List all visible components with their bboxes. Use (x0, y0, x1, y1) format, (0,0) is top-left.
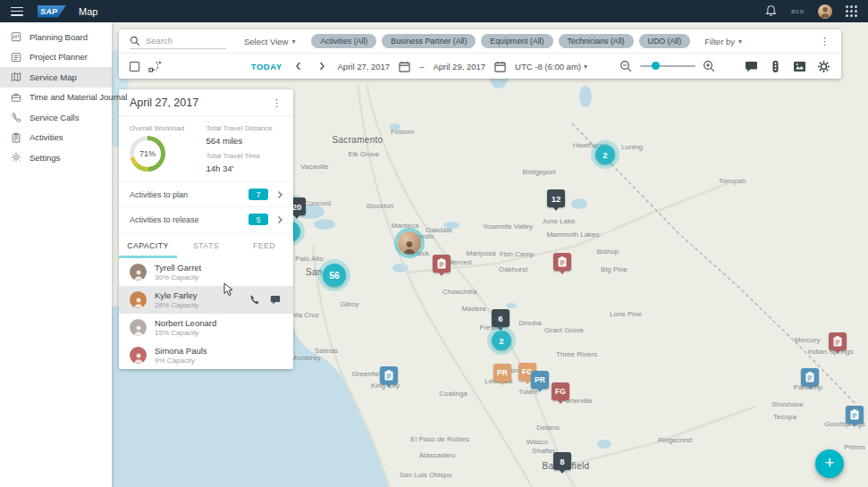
date-range-start[interactable]: April 27, 2017 (338, 62, 391, 71)
map-label-mammoth-lakes: Mammoth Lakes (546, 231, 599, 239)
map-label-san-luis-obispo: San Luis Obispo (400, 471, 452, 479)
chat-icon[interactable] (270, 294, 281, 305)
zoom-out-icon[interactable] (619, 60, 633, 73)
technician-avatar-marker[interactable] (398, 231, 421, 255)
map-label-bridgeport: Bridgeport (523, 168, 556, 176)
day-summary-card: April 27, 2017 ⋮ Overall Workload 71% To… (119, 89, 293, 369)
call-icon[interactable] (249, 294, 259, 305)
prev-day-chevron-icon[interactable] (293, 61, 304, 71)
tab-feed[interactable]: FEED (235, 234, 293, 258)
tab-capacity[interactable]: CAPACITY (119, 234, 177, 258)
cluster-marker-6[interactable]: 6 (492, 309, 510, 327)
chip-udo-all[interactable]: UDO (All) (639, 34, 691, 48)
calendar-icon[interactable] (494, 61, 506, 72)
sidebar-item-service-calls[interactable]: Service Calls (0, 107, 112, 128)
sidebar-item-activities[interactable]: Activities (0, 128, 112, 148)
cluster-marker-8[interactable]: 8 (553, 452, 571, 470)
search-box[interactable] (130, 33, 226, 49)
calendar-icon[interactable] (399, 61, 410, 72)
technician-row-norbert-leonard[interactable]: Norbert Leonard15% Capacity (119, 314, 293, 341)
cluster-marker-2[interactable]: 2 (492, 331, 511, 350)
user-avatar[interactable] (818, 4, 832, 19)
map-label-sacramento: Sacramento (333, 135, 383, 145)
activity-marker[interactable] (433, 255, 451, 273)
chip-business-partner-all[interactable]: Business Partner (All) (382, 34, 476, 48)
sidebar-item-label: Activities (29, 132, 63, 142)
activity-marker[interactable] (380, 366, 398, 384)
chat-bubble-icon[interactable] (745, 60, 758, 73)
top-bar: SAP Map aco (0, 0, 868, 22)
activity-marker[interactable] (829, 332, 847, 350)
technician-info: Tyrell Garret30% Capacity (155, 263, 284, 281)
initials-marker-PR[interactable]: PR (531, 371, 549, 389)
chevron-down-icon: ▾ (738, 38, 742, 46)
zoom-in-icon[interactable] (703, 60, 716, 73)
app-launcher-grid-icon[interactable] (846, 5, 857, 17)
hamburger-menu-icon[interactable] (11, 7, 23, 16)
filter-by-label: Filter by (704, 37, 735, 46)
chip-technicians-all[interactable]: Technicians (All) (559, 34, 634, 48)
map-label-big-pine: Big Pine (601, 265, 628, 273)
initials-marker-FG[interactable]: FG (552, 382, 569, 400)
filter-by-dropdown[interactable]: Filter by ▾ (704, 37, 742, 46)
cluster-marker-12[interactable]: 12 (547, 189, 565, 207)
map-label-shafter: Shafter (532, 447, 555, 455)
technician-name: Norbert Leonard (155, 318, 284, 329)
technician-row-tyrell-garret[interactable]: Tyrell Garret30% Capacity (119, 258, 293, 286)
day-card-tabs: CAPACITYSTATSFEED (119, 233, 293, 258)
sidebar-item-time-and-material-journal[interactable]: Time and Material Journal (0, 88, 112, 108)
map-label-folsom: Folsom (391, 128, 414, 136)
activity-marker[interactable] (846, 406, 864, 424)
today-button[interactable]: TODAY (251, 62, 282, 71)
selection-tool-icon[interactable] (130, 62, 139, 71)
map-type-image-icon[interactable] (793, 60, 806, 73)
timezone-dropdown[interactable]: UTC -8 (6:00 am) ▾ (515, 62, 587, 71)
zoom-slider-knob[interactable] (652, 62, 660, 70)
zoom-slider[interactable] (640, 65, 695, 67)
map-label-merced: Merced (448, 258, 472, 266)
sidebar-item-service-map[interactable]: Service Map (0, 67, 112, 88)
technician-info: Simona Pauls9% Capacity (155, 346, 284, 365)
tab-stats[interactable]: STATS (177, 234, 235, 258)
sidebar-item-settings[interactable]: Settings (0, 147, 112, 168)
technician-row-simona-pauls[interactable]: Simona Pauls9% Capacity (119, 341, 293, 369)
map-settings-gear-icon[interactable] (817, 60, 830, 73)
initials-marker-PR[interactable]: PR (493, 364, 511, 382)
workload-column: Overall Workload 71% (130, 124, 206, 180)
technician-actions (249, 294, 284, 305)
map-label-lone-pine: Lone Pine (610, 310, 642, 318)
toolbar-overflow-menu-icon[interactable]: ⋮ (817, 36, 832, 47)
map-toolbar: Select View ▾ Activities (All)Business P… (119, 29, 841, 79)
chip-activities-all[interactable]: Activities (All) (311, 34, 376, 48)
date-range-end[interactable]: April 29, 2017 (433, 62, 485, 71)
sidebar-item-label: Project Planner (29, 52, 88, 62)
activity-row-activities-to-plan[interactable]: Activities to plan7 (119, 181, 293, 206)
chevron-down-icon: ▾ (291, 38, 295, 46)
sidebar-item-label: Service Calls (29, 113, 79, 122)
cluster-marker-56[interactable]: 56 (323, 264, 346, 287)
activity-row-label: Activities to release (130, 215, 249, 224)
account-label[interactable]: aco (791, 7, 805, 15)
technician-row-kyle-farley[interactable]: Kyle Farley28% Capacity (119, 286, 293, 314)
bell-icon[interactable] (764, 4, 778, 18)
activity-row-activities-to-release[interactable]: Activities to release5 (119, 206, 293, 231)
next-day-chevron-icon[interactable] (316, 61, 327, 71)
sidebar-item-project-planner[interactable]: Project Planner (0, 47, 112, 68)
route-tool-icon[interactable] (148, 60, 163, 73)
date-range-separator: – (419, 62, 424, 71)
cluster-marker-2[interactable]: 2 (595, 145, 615, 164)
traffic-light-icon[interactable] (769, 60, 782, 73)
map-label-mariposa: Mariposa (467, 249, 496, 257)
add-fab-button[interactable]: + (815, 449, 844, 478)
day-card-menu-icon[interactable]: ⋮ (269, 97, 284, 109)
map-label-wasco: Wasco (527, 438, 548, 446)
chip-equipment-all[interactable]: Equipment (All) (481, 34, 552, 48)
sidebar-item-planning-board[interactable]: Planning Board (0, 27, 112, 47)
search-input[interactable] (146, 36, 217, 46)
map-label-vacaville: Vacaville (300, 163, 328, 171)
sidebar-item-label: Settings (29, 153, 60, 163)
activity-marker[interactable] (801, 368, 819, 386)
workload-donut-chart: 71% (130, 136, 165, 172)
select-view-dropdown[interactable]: Select View ▾ (244, 37, 295, 46)
activity-marker[interactable] (553, 253, 571, 271)
